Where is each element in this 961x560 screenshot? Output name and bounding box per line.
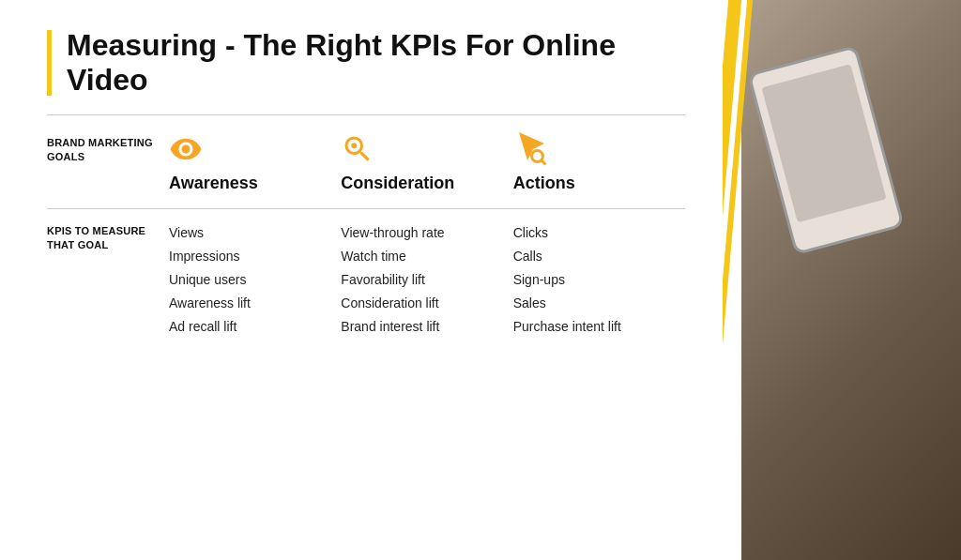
svg-line-3 <box>542 160 546 165</box>
kpi-calls: Calls <box>513 248 676 265</box>
page-title: Measuring - The Right KPIs For Online Vi… <box>67 28 685 98</box>
search-icon <box>341 132 374 166</box>
awareness-kpi-col: Views Impressions Unique users Awareness… <box>169 224 341 336</box>
consideration-title: Consideration <box>341 174 454 193</box>
kpi-awareness-lift: Awareness lift <box>169 295 331 311</box>
kpi-clicks: Clicks <box>513 224 676 241</box>
actions-title: Actions <box>513 174 575 193</box>
svg-point-0 <box>184 146 189 151</box>
page-container: Measuring - The Right KPIs For Online Vi… <box>0 0 961 560</box>
kpi-views: Views <box>169 224 331 241</box>
awareness-title: Awareness <box>169 174 258 193</box>
kpis-columns: Views Impressions Unique users Awareness… <box>169 224 685 336</box>
kpi-watch-time: Watch time <box>341 248 503 265</box>
kpi-favorability-lift: Favorability lift <box>341 271 503 288</box>
kpi-brand-interest-lift: Brand interest lift <box>341 318 503 335</box>
kpi-consideration-lift: Consideration lift <box>341 295 503 311</box>
actions-col: Actions <box>513 132 685 193</box>
title-accent-bar <box>47 30 52 96</box>
kpi-impressions: Impressions <box>169 248 331 265</box>
kpi-purchase-intent-lift: Purchase intent lift <box>513 318 676 335</box>
consideration-kpi-col: View-through rate Watch time Favorabilit… <box>341 224 512 336</box>
left-panel: Measuring - The Right KPIs For Online Vi… <box>0 0 723 560</box>
svg-point-1 <box>352 143 358 148</box>
kpis-section: KPIs TO MEASURE THAT GOAL Views Impressi… <box>47 224 685 336</box>
goals-section: BRAND MARKETING GOALS Awareness <box>47 132 685 193</box>
eye-icon <box>169 132 203 166</box>
divider-1 <box>47 114 685 115</box>
kpi-view-through-rate: View-through rate <box>341 224 503 241</box>
cursor-icon <box>513 132 547 166</box>
kpis-label: KPIs TO MEASURE THAT GOAL <box>47 224 169 253</box>
kpi-unique-users: Unique users <box>169 271 331 288</box>
right-image-panel <box>723 0 961 560</box>
kpi-ad-recall-lift: Ad recall lift <box>169 318 331 335</box>
kpi-sign-ups: Sign-ups <box>513 271 676 288</box>
awareness-col: Awareness <box>169 132 341 193</box>
divider-2 <box>47 208 685 209</box>
kpi-sales: Sales <box>513 295 676 311</box>
actions-kpi-col: Clicks Calls Sign-ups Sales Purchase int… <box>513 224 685 336</box>
brand-goals-label: BRAND MARKETING GOALS <box>47 136 169 165</box>
svg-point-2 <box>531 150 542 161</box>
title-section: Measuring - The Right KPIs For Online Vi… <box>47 28 685 98</box>
goals-columns: Awareness Consideration <box>169 132 685 193</box>
consideration-col: Consideration <box>341 132 512 193</box>
